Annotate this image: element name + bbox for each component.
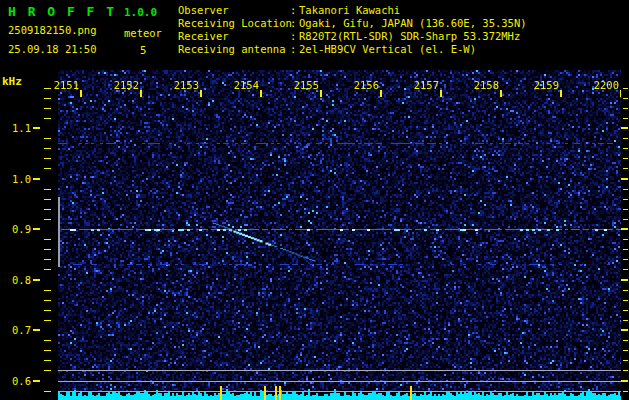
x-axis-label: 2154 <box>229 79 259 91</box>
x-axis-label: 2151 <box>49 79 79 91</box>
y-axis-minor-tick-left <box>44 290 51 291</box>
y-axis-minor-tick-left <box>44 239 51 240</box>
y-axis-minor-tick-right <box>623 219 628 220</box>
x-axis-label: 2152 <box>109 79 139 91</box>
y-axis-minor-tick-left <box>44 269 51 270</box>
y-axis-label: 0.7 <box>0 324 31 336</box>
y-axis-minor-tick-right <box>623 118 628 119</box>
y-axis-minor-tick-left <box>44 360 51 361</box>
y-axis-minor-tick-right <box>623 310 628 311</box>
y-axis-minor-tick-right <box>623 360 628 361</box>
y-axis-label: 0.6 <box>0 375 31 387</box>
y-axis-minor-tick-left <box>44 219 51 220</box>
y-axis-major-tick-left <box>33 380 40 382</box>
y-axis-major-tick-right <box>621 279 628 281</box>
y-axis-label: 1.0 <box>0 173 31 185</box>
y-axis-minor-tick-right <box>623 300 628 301</box>
y-axis-label: 1.1 <box>0 122 31 134</box>
y-axis-minor-tick-left <box>44 199 51 200</box>
y-axis-major-tick-left <box>33 127 40 129</box>
y-axis-minor-tick-right <box>623 189 628 190</box>
y-axis-minor-tick-right <box>623 158 628 159</box>
y-axis-minor-tick-right <box>623 290 628 291</box>
hrofft-window: { "header": { "app_title": "H R O F F T"… <box>0 0 629 400</box>
y-axis-major-tick-left <box>33 228 40 230</box>
x-axis-label: 2157 <box>409 79 439 91</box>
y-axis-minor-tick-left <box>44 168 51 169</box>
y-axis-minor-tick-left <box>44 209 51 210</box>
y-axis-minor-tick-left <box>44 138 51 139</box>
y-axis-minor-tick-right <box>623 350 628 351</box>
x-axis-label: 2200 <box>589 79 619 91</box>
y-axis-major-tick-right <box>621 380 628 382</box>
spectrogram-canvas <box>58 70 621 400</box>
y-axis-minor-tick-left <box>44 108 51 109</box>
y-axis-minor-tick-right <box>623 259 628 260</box>
y-axis-minor-tick-right <box>623 391 628 392</box>
x-axis-label: 2159 <box>529 79 559 91</box>
y-axis-minor-tick-left <box>44 259 51 260</box>
y-axis-minor-tick-right <box>623 148 628 149</box>
y-axis-minor-tick-left <box>44 189 51 190</box>
y-axis-label: 0.8 <box>0 274 31 286</box>
y-axis-minor-tick-right <box>623 138 628 139</box>
y-axis-unit-label: kHz <box>2 75 22 88</box>
y-axis-minor-tick-left <box>44 118 51 119</box>
x-axis-label: 2153 <box>169 79 199 91</box>
x-axis-label: 2155 <box>289 79 319 91</box>
y-axis-minor-tick-right <box>623 269 628 270</box>
y-axis-minor-tick-left <box>44 320 51 321</box>
x-axis-label: 2156 <box>349 79 379 91</box>
y-axis-minor-tick-right <box>623 108 628 109</box>
y-axis-minor-tick-left <box>44 310 51 311</box>
spectrogram-panel: kHz 215121522153215421552156215721582159… <box>0 0 629 400</box>
y-axis-minor-tick-right <box>623 88 628 89</box>
y-axis-minor-tick-left <box>44 98 51 99</box>
y-axis-minor-tick-right <box>623 370 628 371</box>
y-axis-minor-tick-left <box>44 370 51 371</box>
y-axis-minor-tick-right <box>623 320 628 321</box>
y-axis-minor-tick-right <box>623 249 628 250</box>
y-axis-major-tick-right <box>621 329 628 331</box>
y-axis-minor-tick-left <box>44 249 51 250</box>
y-axis-minor-tick-left <box>44 148 51 149</box>
y-axis-minor-tick-left <box>44 88 51 89</box>
y-axis-minor-tick-left <box>44 340 51 341</box>
y-axis-minor-tick-left <box>44 350 51 351</box>
y-axis-major-tick-right <box>621 228 628 230</box>
y-axis-major-tick-left <box>33 279 40 281</box>
x-axis-label: 2158 <box>469 79 499 91</box>
y-axis-major-tick-right <box>621 127 628 129</box>
y-axis-minor-tick-right <box>623 340 628 341</box>
y-axis-major-tick-left <box>33 329 40 331</box>
y-axis-minor-tick-right <box>623 199 628 200</box>
y-axis-minor-tick-right <box>623 98 628 99</box>
y-axis-minor-tick-right <box>623 168 628 169</box>
y-axis-minor-tick-left <box>44 391 51 392</box>
y-axis-major-tick-left <box>33 178 40 180</box>
y-axis-minor-tick-right <box>623 209 628 210</box>
y-axis-minor-tick-left <box>44 158 51 159</box>
y-axis-label: 0.9 <box>0 223 31 235</box>
y-axis-minor-tick-left <box>44 300 51 301</box>
y-axis-minor-tick-right <box>623 239 628 240</box>
y-axis-major-tick-right <box>621 178 628 180</box>
